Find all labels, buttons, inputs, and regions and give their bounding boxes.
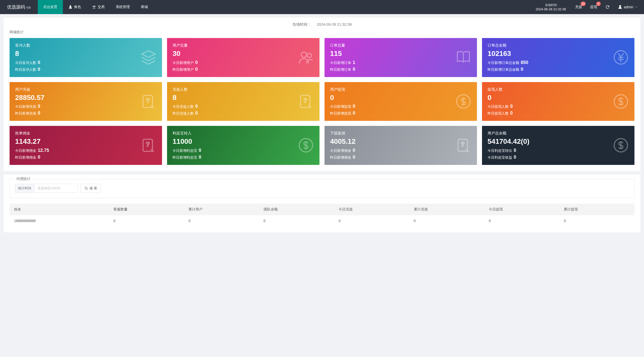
card-yesterday: 昨日提现人数0 bbox=[488, 111, 629, 116]
svg-point-15 bbox=[85, 187, 87, 189]
main-nav: 后台首页 角色 交易 系统管理 商城 bbox=[38, 0, 153, 14]
card-value: 30 bbox=[173, 49, 314, 58]
stat-card-1: 用户总量30今日新增用户0昨日新增用户0 bbox=[167, 38, 319, 77]
local-time-label: 当地时间 bbox=[536, 3, 566, 7]
card-value: 115 bbox=[330, 49, 471, 58]
cell-name: 18888888888 bbox=[10, 215, 109, 226]
card-yesterday: 昨日新增充值0 bbox=[15, 111, 156, 116]
mall-stats-title: 商城统计 bbox=[10, 30, 634, 34]
local-time: 当地时间 2024-09-28 21:32:38 bbox=[531, 3, 571, 11]
link-recharge-label: 充值 bbox=[575, 5, 582, 9]
center-time: 当地时间： 2024-09-28 21:32:38 bbox=[10, 22, 634, 27]
card-yesterday: 今日利息宝收益0 bbox=[488, 155, 629, 160]
stat-card-2: 订单总量115今日新增订单1昨日新增订单0 bbox=[325, 38, 477, 77]
agent-legend: 代理统计 bbox=[14, 177, 32, 181]
search-button-label: 搜 索 bbox=[90, 186, 97, 191]
cards-grid: 首冲人数8今日首冲人数0昨日首冲人数0用户总量30今日新增用户0昨日新增用户0订… bbox=[10, 38, 634, 165]
svg-text:?: ? bbox=[461, 141, 465, 148]
card-yesterday: 昨日首冲人数0 bbox=[15, 67, 156, 72]
nav-mall[interactable]: 商城 bbox=[135, 0, 153, 14]
cell-users: 0 bbox=[184, 215, 259, 226]
stat-card-9: 利息宝转入11000今日新增利息宝0昨日新增利息宝0 bbox=[167, 126, 319, 165]
agent-table: 姓名 客服数量 累计用户 团队余额 今日充值 累计充值 今日提现 累计提现 18… bbox=[10, 204, 634, 226]
card-yesterday: 昨日新增佣金0 bbox=[330, 155, 471, 160]
cell-cs: 0 bbox=[109, 215, 184, 226]
col-balance: 团队余额 bbox=[259, 204, 334, 215]
agent-filter-row: 统计时间 搜 索 bbox=[15, 184, 629, 193]
card-title: 首冲人数 bbox=[15, 43, 156, 48]
nav-home[interactable]: 后台首页 bbox=[38, 0, 63, 14]
nav-trade-label: 交易 bbox=[98, 5, 105, 9]
card-title: 利息宝转入 bbox=[173, 131, 314, 136]
col-total-withdraw: 累计提现 bbox=[559, 204, 634, 215]
card-today: 今日新增用户0 bbox=[173, 60, 314, 65]
card-title: 订单总量 bbox=[330, 43, 471, 48]
user-menu[interactable]: admin bbox=[614, 5, 644, 9]
agent-table-head: 姓名 客服数量 累计用户 团队余额 今日充值 累计充值 今日提现 累计提现 bbox=[10, 204, 634, 215]
card-title: 充值人数 bbox=[173, 87, 314, 92]
search-button[interactable]: 搜 索 bbox=[80, 184, 101, 193]
nav-role[interactable]: 角色 bbox=[63, 0, 87, 14]
card-title: 用户总余额 bbox=[488, 131, 629, 136]
card-value: 8 bbox=[173, 93, 314, 102]
card-title: 提现人数 bbox=[488, 87, 629, 92]
stat-card-8: 抢单佣金1143.27今日新增佣金12.75昨日新增佣金0? bbox=[10, 126, 162, 165]
col-users: 累计用户 bbox=[184, 204, 259, 215]
card-yesterday: 昨日新增利息宝0 bbox=[173, 155, 314, 160]
card-title: 用户提现 bbox=[330, 87, 471, 92]
nav-mall-label: 商城 bbox=[141, 5, 148, 9]
col-total-recharge: 累计充值 bbox=[409, 204, 484, 215]
card-yesterday: 昨日新增提现0 bbox=[330, 111, 471, 116]
card-today: 今日新增订单1 bbox=[330, 60, 471, 65]
svg-text:?: ? bbox=[146, 97, 150, 104]
col-cs: 客服数量 bbox=[109, 204, 184, 215]
card-today: 今日利息宝转出0 bbox=[488, 148, 629, 153]
topbar-right: 当地时间 2024-09-28 21:32:38 充值 14 提现 0 admi… bbox=[531, 0, 644, 14]
stat-card-5: 充值人数8今日充值人数0昨日充值人数0? bbox=[167, 82, 319, 121]
card-today: 今日新增利息宝0 bbox=[173, 148, 314, 153]
cell-total-withdraw: 0 bbox=[559, 215, 634, 226]
card-value: 0 bbox=[488, 93, 629, 102]
card-value: 102163 bbox=[488, 49, 629, 58]
link-recharge[interactable]: 充值 14 bbox=[571, 0, 586, 14]
nav-home-label: 后台首页 bbox=[43, 5, 57, 9]
center-time-label: 当地时间： bbox=[292, 22, 311, 26]
card-value: 4005.12 bbox=[330, 137, 471, 146]
link-withdraw-label: 提现 bbox=[590, 5, 597, 9]
stat-time-group: 统计时间 bbox=[15, 184, 77, 193]
withdraw-badge: 0 bbox=[596, 2, 601, 6]
card-title: 下级返佣 bbox=[330, 131, 471, 136]
refresh-icon bbox=[605, 5, 610, 9]
cell-balance: 0 bbox=[259, 215, 334, 226]
nav-trade[interactable]: 交易 bbox=[87, 0, 110, 14]
cell-today-withdraw: 0 bbox=[484, 215, 559, 226]
center-time-value: 2024-09-28 21:32:38 bbox=[317, 22, 352, 26]
refresh-button[interactable] bbox=[601, 0, 614, 14]
col-today-recharge: 今日充值 bbox=[334, 204, 409, 215]
svg-point-0 bbox=[301, 52, 306, 57]
svg-text:?: ? bbox=[303, 97, 307, 104]
stat-time-input[interactable] bbox=[34, 184, 77, 193]
card-value: 11000 bbox=[173, 137, 314, 146]
card-today: 今日新增订单总金额850 bbox=[488, 60, 629, 65]
nav-role-label: 角色 bbox=[74, 5, 81, 9]
stat-card-11: 用户总余额541704.42(0)今日利息宝转出0今日利息宝收益0 bbox=[482, 126, 634, 165]
user-name: admin bbox=[624, 5, 633, 9]
link-withdraw[interactable]: 提现 0 bbox=[586, 0, 601, 14]
topbar: 优选源码 V20 后台首页 角色 交易 系统管理 商城 当地时间 2024-09… bbox=[0, 0, 644, 14]
table-row: 18888888888 0 0 0 0 0 0 0 bbox=[10, 215, 634, 226]
card-value: 8 bbox=[15, 49, 156, 58]
nav-system[interactable]: 系统管理 bbox=[110, 0, 135, 14]
agent-stats-panel: 代理统计 统计时间 搜 索 姓名 客服数量 累计用户 团队余额 今日充值 累计充… bbox=[4, 174, 640, 232]
card-value: 0 bbox=[330, 93, 471, 102]
stat-card-6: 用户提现0今日新增提现0昨日新增提现0 bbox=[325, 82, 477, 121]
stat-card-10: 下级返佣4005.12今日新增佣金0昨日新增佣金0? bbox=[325, 126, 477, 165]
card-today: 今日首冲人数0 bbox=[15, 60, 156, 65]
stat-card-4: 用户充值28850.57今日新增充值0昨日新增充值0? bbox=[10, 82, 162, 121]
chevron-down-icon bbox=[635, 6, 638, 9]
scale-icon bbox=[92, 5, 96, 9]
brand-logo: 优选源码 V20 bbox=[0, 4, 38, 10]
col-name: 姓名 bbox=[10, 204, 109, 215]
card-value: 28850.57 bbox=[15, 93, 156, 102]
search-icon bbox=[84, 186, 88, 190]
